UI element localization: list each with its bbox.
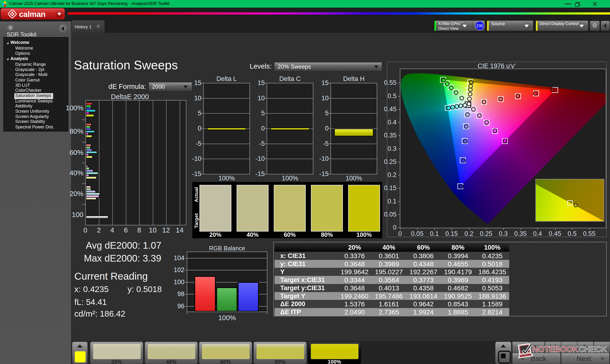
svg-text:CHECK: CHECK [579, 344, 607, 354]
svg-text:NOTEBOOK: NOTEBOOK [532, 344, 579, 354]
